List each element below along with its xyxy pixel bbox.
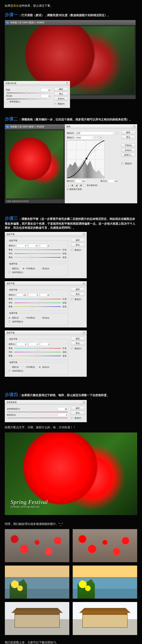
preview-checkbox[interactable] xyxy=(71,298,73,300)
levels-label: 色阶(L): xyxy=(8,294,16,296)
eyedropper-black-icon[interactable]: ◧ xyxy=(71,184,74,187)
cancel-button[interactable]: 复位 xyxy=(54,92,68,96)
close-icon[interactable]: × xyxy=(133,126,136,128)
contrast-input[interactable] xyxy=(41,94,52,98)
preserve-luminosity-checkbox[interactable] xyxy=(8,321,10,323)
level-b-input[interactable] xyxy=(28,244,39,248)
preview-checkbox[interactable] xyxy=(71,348,73,350)
close-icon[interactable]: × xyxy=(83,332,85,334)
hand-sampler-icon[interactable]: ☝ xyxy=(67,184,70,187)
level-c-input[interactable] xyxy=(40,293,51,297)
cancel-button[interactable]: 复位 xyxy=(71,411,85,415)
saturation-slider[interactable] xyxy=(7,418,68,418)
close-icon[interactable]: × xyxy=(83,401,85,404)
vibrance-input[interactable] xyxy=(58,407,68,411)
level-a-input[interactable] xyxy=(17,244,27,248)
ok-button[interactable]: 确定 xyxy=(121,130,135,134)
smooth-button[interactable]: 平滑(M) xyxy=(121,144,135,147)
cyan-red-slider[interactable] xyxy=(14,250,61,250)
cyan-red-slider[interactable] xyxy=(14,299,61,299)
cyan-red-slider[interactable] xyxy=(14,348,61,348)
brightness-label: 亮度: xyxy=(6,88,10,92)
level-c-input[interactable] xyxy=(40,244,51,248)
auto-button[interactable]: 自动(A) xyxy=(54,97,68,100)
yellow-blue-slider[interactable] xyxy=(14,306,61,307)
sample-lake-after xyxy=(72,566,137,599)
level-a-input[interactable] xyxy=(17,342,27,346)
ok-button[interactable]: 确定 xyxy=(71,288,85,291)
step2-heading: 步骤二：调整曲线（最关键的一步，记住这个曲线，很多照片都可以用与之相仿的曲线来处… xyxy=(5,116,137,122)
tone-midtones-radio[interactable] xyxy=(23,268,24,270)
tone-midtones-radio[interactable] xyxy=(23,366,24,368)
preview-checkbox[interactable] xyxy=(54,103,56,105)
preset-select[interactable]: 自定▾ xyxy=(75,132,115,135)
channel-select[interactable]: RGB▾ xyxy=(75,136,94,140)
brightness-input[interactable] xyxy=(41,88,52,92)
cancel-button[interactable]: 复位 xyxy=(71,243,85,247)
auto-button[interactable]: 自动(A) xyxy=(121,148,135,152)
sample-petals-after xyxy=(72,529,137,562)
sample-temple-after xyxy=(72,602,137,635)
close-icon[interactable]: × xyxy=(66,82,68,84)
tone-shadows-radio[interactable] xyxy=(8,268,10,270)
step4-desc: ：如果图片颜色显得过于鲜艳、饱和，那么就适当调整一下自然饱和度。 xyxy=(19,394,110,397)
ps-document-window-2: Ps 未标题-1 @ 100% (图层 1, RGB/8) 100% 文档:62… xyxy=(5,124,65,203)
cancel-button[interactable]: 复位 xyxy=(71,292,85,296)
close-icon[interactable]: × xyxy=(83,282,85,284)
tone-midtones-radio[interactable] xyxy=(23,317,24,319)
pencil-tool-icon[interactable]: ✎ xyxy=(99,136,102,139)
close-icon[interactable]: × xyxy=(83,233,85,235)
eyedropper-white-icon[interactable]: ◨ xyxy=(79,184,82,187)
eyedropper-gray-icon[interactable]: ◪ xyxy=(75,184,78,187)
options-button[interactable]: 选项(T)... xyxy=(121,153,135,157)
preview-checkbox[interactable] xyxy=(71,249,73,251)
magenta-green-slider[interactable] xyxy=(14,302,61,303)
color-balance-dialog: 色彩平衡× 色彩平衡 色阶(L): 青色红色 洋红绿色 黄色蓝色 xyxy=(5,232,87,278)
preserve-luminosity-checkbox[interactable] xyxy=(8,272,10,274)
saturation-label: 饱和度(S): xyxy=(7,414,16,416)
level-a-input[interactable] xyxy=(17,293,27,297)
preset-label: 预设(R): xyxy=(67,132,74,135)
preview-checkbox[interactable] xyxy=(121,163,123,165)
tone-highlights-radio[interactable] xyxy=(39,317,41,319)
tone-highlights-radio[interactable] xyxy=(39,268,41,270)
tone-highlights-radio[interactable] xyxy=(39,366,41,368)
levels-label: 色阶(L): xyxy=(8,244,16,247)
preview-checkbox[interactable] xyxy=(71,417,73,419)
tone-shadows-radio[interactable] xyxy=(8,317,10,319)
yellow-blue-slider[interactable] xyxy=(14,356,61,356)
doc-title: 未标题-1 @ 100% (图层 1, RGB/8) xyxy=(10,21,44,24)
level-c-input[interactable] xyxy=(40,342,51,346)
input-input[interactable] xyxy=(108,179,119,183)
level-b-input[interactable] xyxy=(28,293,39,297)
cancel-button[interactable]: 复位 xyxy=(121,135,135,139)
curves-graph[interactable] xyxy=(67,140,105,178)
ok-button[interactable]: 确定 xyxy=(54,87,68,91)
levels-label: 色阶(L): xyxy=(8,343,16,346)
show-clipping-checkbox[interactable] xyxy=(83,184,85,186)
level-b-input[interactable] xyxy=(28,342,39,346)
step2-label: 步骤二 xyxy=(5,116,18,121)
ok-button[interactable]: 确定 xyxy=(71,406,85,410)
preserve-luminosity-checkbox[interactable] xyxy=(8,370,10,372)
brightness-slider[interactable] xyxy=(6,93,51,93)
output-input[interactable] xyxy=(75,179,86,183)
ok-button[interactable]: 确定 xyxy=(71,337,85,340)
curve-display-options[interactable]: ※ 曲线显示选项 xyxy=(67,188,82,191)
yellow-blue-slider[interactable] xyxy=(14,257,61,258)
magenta-green-slider[interactable] xyxy=(14,253,61,254)
contrast-label: 对比度: xyxy=(6,94,13,98)
curve-tool-icon[interactable]: 〰 xyxy=(95,136,98,139)
saturation-input[interactable] xyxy=(58,413,68,417)
cancel-button[interactable]: 复位 xyxy=(71,342,85,345)
use-legacy-checkbox[interactable] xyxy=(6,101,8,103)
after-step4-caption: 给图片配点文字、日期、版权什么的，哈，大功告成！！ xyxy=(5,426,137,429)
preset-menu-icon[interactable]: ≡ xyxy=(116,132,119,135)
contrast-slider[interactable] xyxy=(6,99,51,99)
tone-shadows-radio[interactable] xyxy=(8,366,10,368)
watermark-sub: jiedada.photograph+ps xyxy=(10,506,48,508)
ok-button[interactable]: 确定 xyxy=(71,238,85,242)
magenta-green-slider[interactable] xyxy=(14,352,61,352)
vibrance-slider[interactable] xyxy=(7,412,68,412)
step1-heading: 步骤一：打开原图（废话），调整亮度/对比度（数值根据图片实际情况而定）。 xyxy=(5,12,137,18)
